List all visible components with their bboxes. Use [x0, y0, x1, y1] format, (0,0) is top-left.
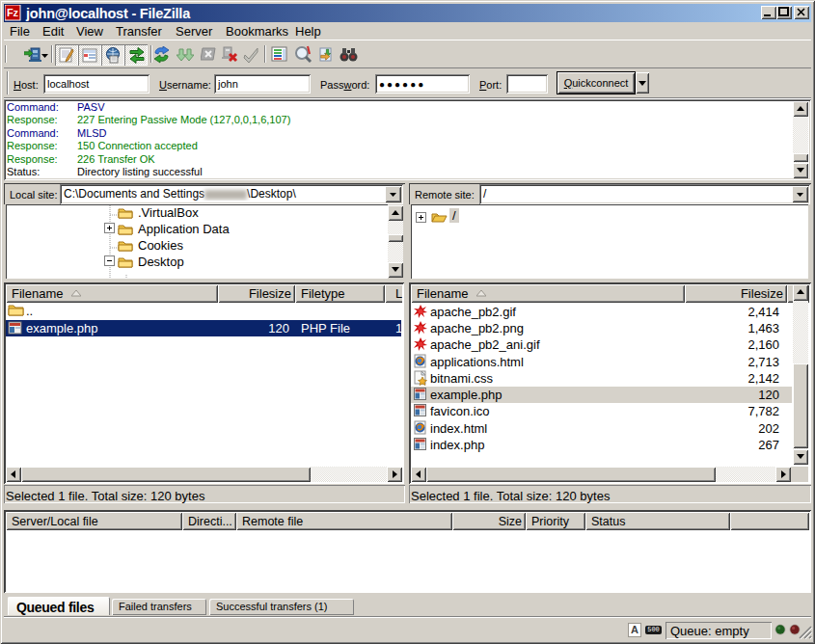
svg-text:Fz: Fz	[7, 7, 19, 18]
